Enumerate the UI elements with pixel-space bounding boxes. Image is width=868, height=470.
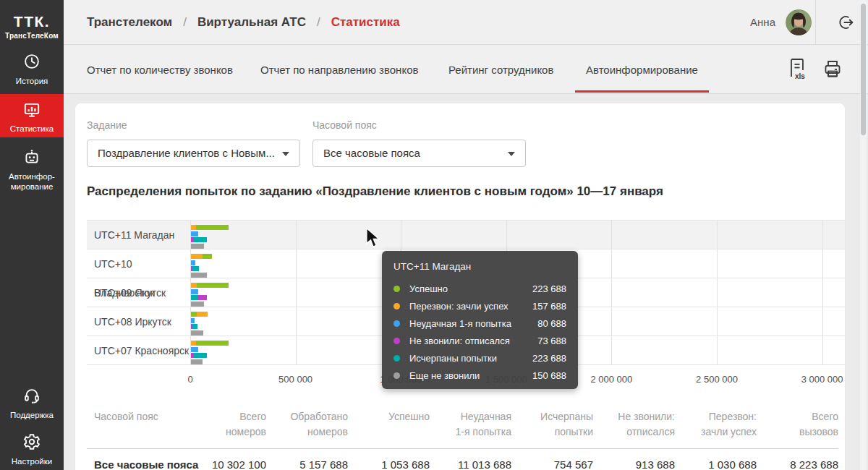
tooltip-series-value: 80 688	[537, 318, 566, 329]
tooltip-row: Перезвон: зачли успех157 688	[393, 297, 566, 315]
legend-dot-icon	[393, 338, 400, 344]
print-icon[interactable]	[822, 57, 843, 82]
chart-row-label: UTC+11 Магадан	[87, 221, 190, 249]
bar-segment	[197, 283, 229, 288]
axis-tick-label: 3 000 000	[801, 374, 843, 385]
bar-group	[191, 260, 195, 265]
table-header-cell: Часовой пояс	[87, 409, 184, 440]
bar-segment	[192, 324, 197, 329]
bar-group	[191, 231, 198, 236]
logo-main-text: ТТК.	[0, 13, 64, 30]
tooltip-series-value: 73 688	[537, 336, 566, 346]
table-header-cell: Обработано номеров	[266, 409, 348, 440]
sidebar-item-history[interactable]: История	[0, 52, 64, 86]
table-cell: Все часовые пояса	[87, 458, 184, 470]
topbar-divider	[815, 0, 816, 45]
bar-group	[191, 353, 207, 358]
legend-dot-icon	[393, 355, 400, 362]
chart-row[interactable]: UTC+11 Магадан	[87, 221, 845, 249]
sidebar-item-autoinform[interactable]: Автоинфор- мирование	[0, 148, 64, 192]
sidebar-item-settings[interactable]: Настройки	[0, 432, 64, 466]
table-cell: 8 223 688	[757, 458, 838, 470]
legend-dot-icon	[393, 372, 400, 379]
task-filter-label: Задание	[87, 119, 127, 131]
bar-group	[191, 318, 195, 323]
export-xls-icon[interactable]: xls	[787, 57, 809, 82]
tab-calls-direction-report[interactable]: Отчет по направлению звонков	[260, 46, 418, 94]
tooltip-row: Еще не звонили150 688	[393, 367, 566, 384]
table-header-cell: Перезвон: зачли успех	[675, 409, 757, 440]
table-header-cell: Неудачная 1-я попытка	[430, 409, 511, 440]
bar-segment	[191, 295, 198, 300]
bar-group	[191, 330, 203, 336]
bar-segment	[191, 359, 203, 364]
bar-group	[191, 289, 198, 294]
tooltip-rows: Успешно223 688Перезвон: зачли успех157 6…	[393, 280, 566, 384]
bar-segment	[203, 254, 213, 259]
breadcrumb-separator: /	[183, 15, 187, 30]
avatar[interactable]	[786, 9, 812, 35]
task-select[interactable]: Поздравление клиентов с Новым...	[87, 140, 300, 167]
history-clock-icon	[22, 52, 41, 71]
table-header-cell: Не звонили: отписался	[593, 409, 675, 440]
timezone-select[interactable]: Все часовые пояса	[312, 140, 526, 167]
bar-group	[191, 312, 208, 317]
legend-dot-icon	[393, 303, 400, 309]
tab-employee-rating[interactable]: Рейтинг сотрудников	[448, 46, 553, 94]
table-header-cell: Исчерпаны попытки	[511, 409, 593, 440]
breadcrumb-item-current: Статистика	[331, 15, 400, 30]
headset-icon	[22, 386, 41, 405]
xls-label: xls	[795, 72, 805, 80]
gear-icon	[22, 432, 41, 451]
timezone-filter-label: Часовой пояс	[312, 119, 377, 131]
bar-segment	[193, 237, 207, 242]
bar-segment	[191, 289, 198, 294]
tooltip-series-value: 150 688	[532, 370, 566, 381]
bar-segment	[192, 266, 199, 271]
chart-tooltip: UTC+11 Магадан Успешно223 688Перезвон: з…	[382, 251, 578, 389]
tooltip-row: Не звонили: отписался73 688	[393, 332, 566, 349]
tooltip-title: UTC+11 Магадан	[393, 261, 566, 272]
bar-segment	[191, 312, 197, 317]
bar-segment	[191, 347, 198, 352]
bar-segment	[191, 260, 195, 265]
bar-group	[191, 266, 199, 271]
bar-group	[191, 347, 198, 352]
bar-segment	[191, 318, 195, 323]
tooltip-row: Неудачная 1-я попытка80 688	[393, 315, 566, 332]
bar-segment	[191, 231, 198, 236]
bar-group	[191, 324, 197, 329]
breadcrumb-separator: /	[317, 15, 320, 30]
tab-calls-count-report[interactable]: Отчет по количеству звонков	[87, 46, 233, 94]
axis-tick-label: 500 000	[278, 374, 312, 385]
top-bar: Транстелеком / Виртуальная АТС / Статист…	[64, 0, 868, 45]
sidebar-item-statistics[interactable]: Статистика	[0, 94, 64, 137]
bar-group	[191, 359, 203, 364]
legend-dot-icon	[393, 320, 400, 327]
breadcrumb: Транстелеком / Виртуальная АТС / Статист…	[87, 0, 400, 45]
axis-tick-label: 2 500 000	[696, 374, 738, 385]
bar-segment	[191, 302, 204, 307]
scrollbar-thumb[interactable]	[861, 4, 866, 135]
sidebar: ТТК. ТрансТелеКом История Статистика	[0, 0, 64, 470]
bar-group	[191, 244, 204, 249]
bar-segment	[191, 273, 207, 278]
table-cell: 1 053 688	[348, 458, 430, 470]
bar-group	[191, 237, 207, 242]
sidebar-item-support[interactable]: Поддержка	[0, 386, 64, 420]
logout-icon[interactable]	[836, 13, 855, 32]
timezone-select-value: Все часовые пояса	[323, 147, 420, 159]
tooltip-series-value: 223 688	[532, 283, 566, 294]
bar-segment	[193, 353, 207, 358]
breadcrumb-item[interactable]: Транстелеком	[87, 15, 172, 30]
table-header-cell: Всего номеров	[184, 409, 266, 440]
table-body: Все часовые пояса10 302 1005 157 6881 05…	[87, 449, 838, 470]
axis-tick-label: 2 000 000	[590, 374, 632, 385]
sidebar-item-label: Автоинфор- мирование	[9, 171, 55, 192]
bar-segment	[191, 341, 196, 346]
table-cell: 754 567	[511, 458, 593, 470]
tab-autoinform[interactable]: Автоинформирование	[586, 46, 698, 94]
breadcrumb-item[interactable]: Виртуальная АТС	[197, 15, 306, 30]
bar-group	[191, 254, 212, 259]
tooltip-series-value: 223 688	[532, 353, 566, 364]
